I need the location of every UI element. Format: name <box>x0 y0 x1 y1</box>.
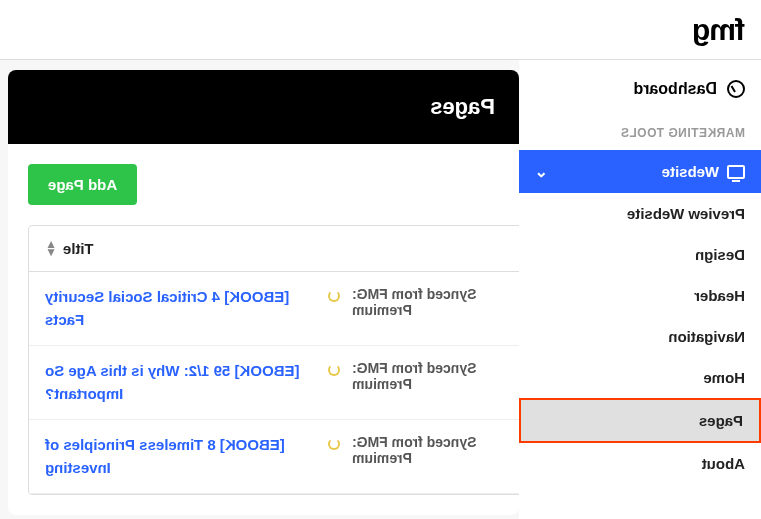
page-card: Pages Add Page Title ▲▼ Synced from FMG: <box>8 70 519 515</box>
sidebar-item-home[interactable]: Home <box>519 357 761 398</box>
sidebar: Dashboard MARKETING TOOLS Website ⌄ Prev… <box>519 60 761 519</box>
sync-icon <box>328 438 340 450</box>
page-title: Pages <box>8 70 519 144</box>
card-body: Add Page Title ▲▼ Synced from FMG: Premi… <box>8 144 519 515</box>
sidebar-dashboard-label: Dashboard <box>633 80 717 98</box>
table-row[interactable]: Synced from FMG: Premium [EBOOK] 8 Timel… <box>29 420 519 494</box>
row-title[interactable]: [EBOOK] 4 Critical Social Security Facts <box>45 286 320 331</box>
gauge-icon <box>727 80 745 98</box>
content-area: Pages Add Page Title ▲▼ Synced from FMG: <box>0 60 519 519</box>
column-title-label: Title <box>63 240 94 257</box>
sidebar-section-label: MARKETING TOOLS <box>519 108 761 150</box>
table-header: Title ▲▼ <box>29 226 519 272</box>
actions-row: Add Page <box>28 164 499 205</box>
sort-icon: ▲▼ <box>45 241 57 255</box>
sidebar-dashboard[interactable]: Dashboard <box>519 70 761 108</box>
monitor-icon <box>727 165 745 179</box>
sidebar-item-navigation[interactable]: Navigation <box>519 316 761 357</box>
sidebar-item-preview-website[interactable]: Preview Website <box>519 193 761 234</box>
sidebar-item-about[interactable]: About <box>519 443 761 484</box>
sync-icon <box>328 364 340 376</box>
table-row[interactable]: Synced from FMG: Premium [EBOOK] 4 Criti… <box>29 272 519 346</box>
sidebar-item-website-label: Website <box>662 163 719 180</box>
sidebar-item-header[interactable]: Header <box>519 275 761 316</box>
brand-logo: fmg <box>693 13 745 47</box>
main-area: Dashboard MARKETING TOOLS Website ⌄ Prev… <box>0 60 761 519</box>
sync-icon <box>328 290 340 302</box>
add-page-button[interactable]: Add Page <box>28 164 137 205</box>
sidebar-item-pages[interactable]: Pages <box>519 398 761 443</box>
row-title[interactable]: [EBOOK] 8 Timeless Principles of Investi… <box>45 434 320 479</box>
row-title[interactable]: [EBOOK] 59 1/2: Why is this Age So Impor… <box>45 360 320 405</box>
sync-status: Synced from FMG: Premium <box>352 360 512 392</box>
sidebar-item-design[interactable]: Design <box>519 234 761 275</box>
sidebar-item-website[interactable]: Website ⌄ <box>519 150 761 193</box>
column-title[interactable]: Title ▲▼ <box>45 240 93 257</box>
sync-status: Synced from FMG: Premium <box>352 286 512 318</box>
chevron-down-icon: ⌄ <box>535 162 548 181</box>
pages-table: Title ▲▼ Synced from FMG: Premium [EBOOK… <box>28 225 519 495</box>
table-row[interactable]: Synced from FMG: Premium [EBOOK] 59 1/2:… <box>29 346 519 420</box>
topbar: fmg <box>0 0 761 60</box>
sync-status: Synced from FMG: Premium <box>352 434 512 466</box>
